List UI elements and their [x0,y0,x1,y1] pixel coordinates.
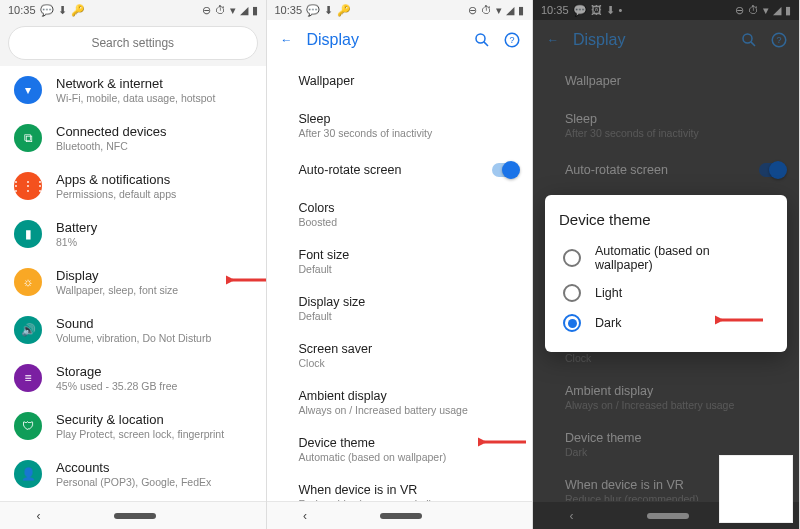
annotation-arrow [226,272,266,288]
nav-home-button[interactable] [114,513,156,519]
svg-point-1 [476,34,485,43]
accounts-icon: 👤 [14,460,42,488]
devices-icon: ⧉ [14,124,42,152]
status-bar: 10:35 💬 ⬇ 🔑 ⊖ ⏱ ▾ ◢ ▮ [0,0,266,20]
signal-icon: ◢ [506,4,514,17]
search-header: Search settings [0,20,266,66]
display-item-display-size[interactable]: Display size Default [267,285,533,332]
wifi-icon: ▾ [496,4,502,17]
page-title: Display [307,31,463,49]
navigation-bar: ‹ [0,501,266,529]
nav-home-button[interactable] [380,513,422,519]
settings-item-connected-devices[interactable]: ⧉ Connected devices Bluetooth, NFC [0,114,266,162]
option-label: Automatic (based on wallpaper) [595,244,769,272]
item-title: Font size [299,248,501,262]
svg-line-2 [484,42,488,46]
item-title: Battery [56,220,97,235]
item-title: Accounts [56,460,211,475]
do-not-disturb-icon: ⊖ [202,4,211,17]
item-subtitle: Wi-Fi, mobile, data usage, hotspot [56,92,215,104]
navigation-bar: ‹ [267,501,533,529]
settings-list: ▾ Network & internet Wi-Fi, mobile, data… [0,66,266,501]
apps-icon: ⋮⋮⋮ [14,172,42,200]
radio-icon [563,284,581,302]
display-item-vr[interactable]: When device is in VR Reduce blur (recomm… [267,473,533,501]
key-icon: 🔑 [337,4,351,17]
display-item-screen-saver[interactable]: Screen saver Clock [267,332,533,379]
theme-option-automatic[interactable]: Automatic (based on wallpaper) [559,238,773,278]
search-placeholder: Search settings [91,36,174,50]
display-item-font-size[interactable]: Font size Default [267,238,533,285]
download-icon: ⬇ [324,4,333,17]
display-item-colors[interactable]: Colors Boosted [267,191,533,238]
item-title: Storage [56,364,177,379]
signal-icon: ◢ [240,4,248,17]
radio-icon [563,249,581,267]
item-subtitle: 81% [56,236,97,248]
settings-item-display[interactable]: ☼ Display Wallpaper, sleep, font size [0,258,266,306]
item-subtitle: Bluetooth, NFC [56,140,167,152]
alarm-icon: ⏱ [215,4,226,16]
item-subtitle: Reduce blur (recommended) [299,498,501,501]
settings-main-screen: 10:35 💬 ⬇ 🔑 ⊖ ⏱ ▾ ◢ ▮ Search settings ▾ … [0,0,267,529]
display-icon: ☼ [14,268,42,296]
display-item-wallpaper[interactable]: Wallpaper [267,60,533,102]
security-icon: 🛡 [14,412,42,440]
display-item-auto-rotate[interactable]: Auto-rotate screen [267,149,533,191]
item-subtitle: Automatic (based on wallpaper) [299,451,501,463]
radio-icon [563,314,581,332]
settings-item-apps[interactable]: ⋮⋮⋮ Apps & notifications Permissions, de… [0,162,266,210]
download-icon: ⬇ [58,4,67,17]
status-bar: 10:35 💬 ⬇ 🔑 ⊖ ⏱ ▾ ◢ ▮ [267,0,533,20]
item-title: Auto-rotate screen [299,163,501,177]
display-settings-dark-screen: 10:35 💬 🖼 ⬇ • ⊖ ⏱ ▾ ◢ ▮ ← Display ? Wall… [533,0,800,529]
item-subtitle: After 30 seconds of inactivity [299,127,501,139]
item-title: Sleep [299,112,501,126]
item-title: Wallpaper [299,74,501,88]
item-title: Display [56,268,178,283]
chat-icon: 💬 [40,4,54,17]
search-input[interactable]: Search settings [8,26,258,60]
item-title: Colors [299,201,501,215]
settings-item-accounts[interactable]: 👤 Accounts Personal (POP3), Google, FedE… [0,450,266,498]
display-item-ambient[interactable]: Ambient display Always on / Increased ba… [267,379,533,426]
item-subtitle: Personal (POP3), Google, FedEx [56,476,211,488]
display-settings-screen: 10:35 💬 ⬇ 🔑 ⊖ ⏱ ▾ ◢ ▮ ← Display ? Wallpa… [267,0,534,529]
status-time: 10:35 [8,4,36,16]
settings-item-security[interactable]: 🛡 Security & location Play Protect, scre… [0,402,266,450]
battery-icon: ▮ [252,4,258,17]
alarm-icon: ⏱ [481,4,492,16]
display-item-device-theme[interactable]: Device theme Automatic (based on wallpap… [267,426,533,473]
help-icon[interactable]: ? [502,30,522,50]
svg-text:?: ? [509,35,514,45]
item-title: When device is in VR [299,483,501,497]
dialog-title: Device theme [559,211,773,228]
item-title: Screen saver [299,342,501,356]
battery-icon: ▮ [14,220,42,248]
settings-item-battery[interactable]: ▮ Battery 81% [0,210,266,258]
item-subtitle: Play Protect, screen lock, fingerprint [56,428,224,440]
settings-item-sound[interactable]: 🔊 Sound Volume, vibration, Do Not Distur… [0,306,266,354]
theme-option-dark[interactable]: Dark [559,308,773,338]
settings-item-storage[interactable]: ≡ Storage 45% used - 35.28 GB free [0,354,266,402]
search-icon[interactable] [472,30,492,50]
item-title: Display size [299,295,501,309]
back-arrow-icon[interactable]: ← [277,30,297,50]
nav-back-button[interactable]: ‹ [303,509,307,523]
wifi-icon: ▾ [14,76,42,104]
item-subtitle: Always on / Increased battery usage [299,404,501,416]
display-list: Wallpaper Sleep After 30 seconds of inac… [267,60,533,501]
display-item-sleep[interactable]: Sleep After 30 seconds of inactivity [267,102,533,149]
item-subtitle: Permissions, default apps [56,188,176,200]
option-label: Light [595,286,622,300]
auto-rotate-toggle[interactable] [492,163,518,177]
status-time: 10:35 [275,4,303,16]
theme-option-light[interactable]: Light [559,278,773,308]
settings-item-network[interactable]: ▾ Network & internet Wi-Fi, mobile, data… [0,66,266,114]
item-subtitle: Wallpaper, sleep, font size [56,284,178,296]
item-title: Security & location [56,412,224,427]
nav-back-button[interactable]: ‹ [37,509,41,523]
item-subtitle: Default [299,263,501,275]
battery-icon: ▮ [518,4,524,17]
overlay-box [719,455,793,523]
